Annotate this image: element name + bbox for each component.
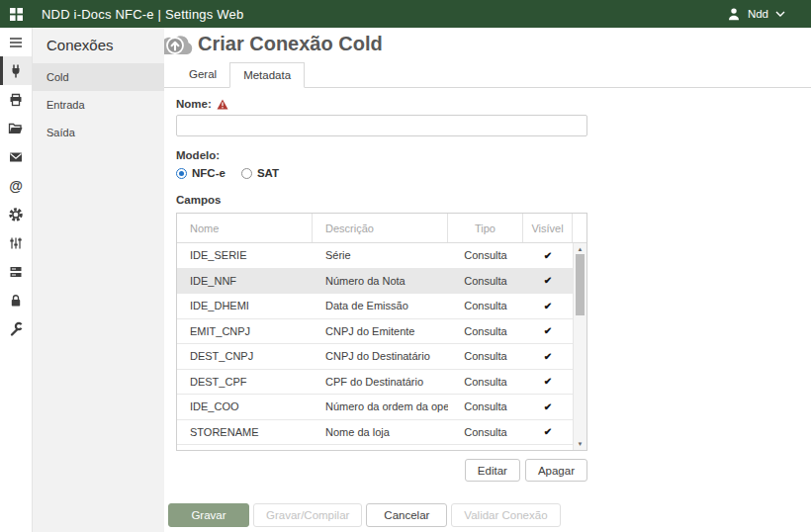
rail-item-at[interactable]: @ xyxy=(0,171,32,200)
sidebar-title: Conexões xyxy=(33,28,164,63)
cell-visivel: ✔ xyxy=(523,294,573,318)
cell-tipo: Consulta xyxy=(448,243,523,268)
cancelar-button[interactable]: Cancelar xyxy=(366,503,447,527)
action-bar: GravarGravar/CompilarCancelarValidar Con… xyxy=(168,503,561,527)
cell-visivel: ✔ xyxy=(523,243,573,268)
check-icon: ✔ xyxy=(544,401,552,412)
cell-descricao: Nome da loja xyxy=(313,420,448,445)
tab-metadata[interactable]: Metadata xyxy=(229,62,305,88)
cell-visivel: ✔ xyxy=(523,319,573,344)
cell-tipo: Consulta xyxy=(448,420,523,445)
rail-item-menu[interactable] xyxy=(0,28,32,56)
editar-button[interactable]: Editar xyxy=(465,459,520,482)
check-icon: ✔ xyxy=(544,351,552,362)
user-name: Ndd xyxy=(748,8,768,20)
tab-bar: GeralMetadata xyxy=(164,61,811,88)
gear-icon xyxy=(8,207,24,222)
topbar: NDD i-Docs NFC-e | Settings Web Ndd xyxy=(0,0,811,28)
check-icon: ✔ xyxy=(544,376,552,387)
wrench-icon xyxy=(8,321,24,337)
rail-item-folder[interactable] xyxy=(0,114,32,142)
cell-visivel: ✔ xyxy=(523,344,573,369)
user-menu[interactable]: Ndd xyxy=(727,7,785,22)
sidebar: Conexões ColdEntradaSaída xyxy=(33,28,164,532)
rail-item-plug[interactable] xyxy=(0,56,32,85)
table-row[interactable]: DEST_CNPJCNPJ do DestinatárioConsulta✔ xyxy=(177,343,586,369)
rail-item-gear[interactable] xyxy=(0,200,32,228)
column-header-nome: Nome xyxy=(177,214,313,242)
sidebar-item-saida[interactable]: Saída xyxy=(33,119,164,146)
warning-icon xyxy=(217,99,228,110)
column-header-tipo: Tipo xyxy=(448,214,523,242)
cell-visivel: ✔ xyxy=(523,370,573,395)
apagar-button[interactable]: Apagar xyxy=(525,459,587,482)
campos-table: NomeDescriçãoTipoVisível IDE_SERIESérieC… xyxy=(176,213,587,451)
campos-label: Campos xyxy=(176,194,221,206)
cell-tipo: Consulta xyxy=(448,370,523,395)
cell-visivel: ✔ xyxy=(523,420,573,445)
sidebar-item-entrada[interactable]: Entrada xyxy=(33,91,164,119)
sidebar-item-cold[interactable]: Cold xyxy=(33,63,164,91)
rail-item-mail[interactable] xyxy=(0,142,32,171)
table-header: NomeDescriçãoTipoVisível xyxy=(177,214,586,243)
sliders-icon xyxy=(8,235,24,251)
rail-item-printer[interactable] xyxy=(0,85,32,114)
cell-nome: IDE_COO xyxy=(177,395,313,419)
table-scrollbar[interactable]: ▲ ▼ xyxy=(573,243,586,450)
app-title: NDD i-Docs NFC-e | Settings Web xyxy=(42,7,243,22)
table-row[interactable]: EMIT_CNPJCNPJ do EmitenteConsulta✔ xyxy=(177,318,586,344)
table-body: IDE_SERIESérieConsulta✔IDE_NNFNúmero da … xyxy=(177,243,586,450)
server-icon xyxy=(8,264,24,280)
cell-descricao: Data de Emissão xyxy=(313,294,448,318)
check-icon: ✔ xyxy=(544,275,552,286)
cell-tipo: Consulta xyxy=(448,395,523,419)
radio-nfc-e[interactable]: NFC-e xyxy=(176,167,225,179)
radio-sat[interactable]: SAT xyxy=(241,167,279,179)
table-row[interactable]: IDE_SERIESérieConsulta✔ xyxy=(177,243,586,268)
cell-nome: STORENAME xyxy=(177,420,313,445)
scroll-up-arrow[interactable]: ▲ xyxy=(574,246,586,252)
column-header-visivel: Visível xyxy=(523,214,573,242)
cell-nome: IDE_DHEMI xyxy=(177,294,313,318)
at-icon: @ xyxy=(9,178,23,194)
user-icon xyxy=(727,7,741,22)
rail-item-server[interactable] xyxy=(0,257,32,286)
scroll-thumb[interactable] xyxy=(576,254,585,315)
grid-icon[interactable] xyxy=(9,7,24,22)
table-row[interactable]: STORENAMENome da lojaConsulta✔ xyxy=(177,419,586,445)
plug-icon xyxy=(8,63,24,79)
check-icon: ✔ xyxy=(544,426,552,437)
validar-conexao-button[interactable]: Validar Conexão xyxy=(451,503,560,527)
lock-icon xyxy=(8,293,24,309)
cell-descricao: CPF do Destinatário xyxy=(313,370,448,395)
check-icon: ✔ xyxy=(544,325,552,336)
cell-descricao: CNPJ do Emitente xyxy=(313,319,448,344)
table-row[interactable]: IDE_COONúmero da ordem da operaç...Consu… xyxy=(177,394,586,419)
scroll-down-arrow[interactable]: ▼ xyxy=(574,441,586,447)
tab-geral[interactable]: Geral xyxy=(176,62,229,88)
cell-tipo: Consulta xyxy=(448,319,523,344)
modelo-options: NFC-eSAT xyxy=(176,167,587,179)
radio-label: SAT xyxy=(257,167,279,179)
metadata-tab-content: Nome: Modelo: NFC-eSAT Campos NomeDescri… xyxy=(176,87,587,482)
cell-nome: DEST_CPF xyxy=(177,370,313,395)
cell-descricao: Série xyxy=(313,243,448,268)
radio-icon xyxy=(241,168,252,179)
cell-visivel: ✔ xyxy=(523,269,573,294)
table-row[interactable]: DEST_CPFCPF do DestinatárioConsulta✔ xyxy=(177,369,586,395)
rail-item-wrench[interactable] xyxy=(0,314,32,343)
gravar-compilar-button[interactable]: Gravar/Compilar xyxy=(253,503,362,527)
main-panel: Criar Conexão Cold GeralMetadata Nome: M… xyxy=(164,28,811,532)
cell-tipo: Consulta xyxy=(448,269,523,294)
rail-item-sliders[interactable] xyxy=(0,228,32,257)
cell-descricao: Número da ordem da operaç... xyxy=(313,395,448,419)
table-row[interactable]: IDE_DHEMIData de EmissãoConsulta✔ xyxy=(177,293,586,318)
gravar-button[interactable]: Gravar xyxy=(168,503,249,527)
rail-item-lock[interactable] xyxy=(0,286,32,314)
radio-label: NFC-e xyxy=(192,167,225,179)
cell-nome: EMIT_CNPJ xyxy=(177,319,313,344)
table-row[interactable]: IDE_NNFNúmero da NotaConsulta✔ xyxy=(177,268,586,294)
radio-icon xyxy=(176,168,187,179)
nome-input[interactable] xyxy=(176,115,587,136)
header-filler xyxy=(573,214,586,242)
